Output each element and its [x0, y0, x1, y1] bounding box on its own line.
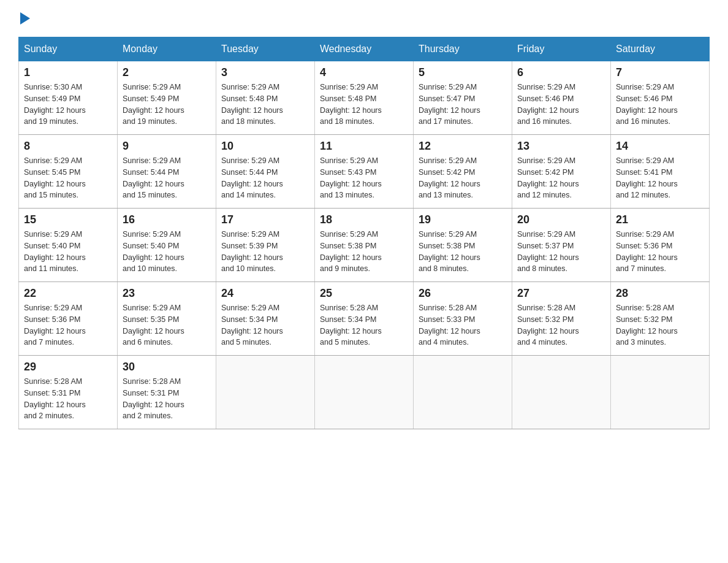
header-friday: Friday — [512, 37, 611, 61]
week-row-2: 8Sunrise: 5:29 AMSunset: 5:45 PMDaylight… — [19, 135, 710, 209]
calendar-cell: 2Sunrise: 5:29 AMSunset: 5:49 PMDaylight… — [118, 61, 216, 135]
day-number: 2 — [123, 66, 211, 79]
calendar-cell: 20Sunrise: 5:29 AMSunset: 5:37 PMDayligh… — [512, 209, 611, 282]
day-info: Sunrise: 5:29 AMSunset: 5:49 PMDaylight:… — [123, 82, 211, 128]
day-number: 7 — [616, 66, 704, 79]
day-number: 30 — [123, 361, 211, 373]
calendar-cell: 29Sunrise: 5:28 AMSunset: 5:31 PMDayligh… — [19, 356, 118, 429]
day-number: 8 — [24, 140, 112, 153]
day-number: 13 — [517, 140, 605, 153]
day-info: Sunrise: 5:29 AMSunset: 5:38 PMDaylight:… — [419, 229, 507, 275]
calendar-cell: 27Sunrise: 5:28 AMSunset: 5:32 PMDayligh… — [512, 282, 611, 356]
day-number: 22 — [24, 287, 112, 300]
day-info: Sunrise: 5:28 AMSunset: 5:34 PMDaylight:… — [320, 302, 408, 348]
day-info: Sunrise: 5:29 AMSunset: 5:44 PMDaylight:… — [221, 155, 309, 201]
calendar-cell — [611, 356, 710, 429]
calendar-cell: 14Sunrise: 5:29 AMSunset: 5:41 PMDayligh… — [611, 135, 710, 209]
calendar-body: 1Sunrise: 5:30 AMSunset: 5:49 PMDaylight… — [19, 61, 710, 429]
calendar-header: SundayMondayTuesdayWednesdayThursdayFrid… — [19, 37, 710, 61]
day-info: Sunrise: 5:29 AMSunset: 5:40 PMDaylight:… — [123, 229, 211, 275]
day-info: Sunrise: 5:29 AMSunset: 5:40 PMDaylight:… — [24, 229, 112, 275]
day-number: 29 — [24, 361, 112, 373]
calendar-cell: 11Sunrise: 5:29 AMSunset: 5:43 PMDayligh… — [315, 135, 414, 209]
header-tuesday: Tuesday — [216, 37, 315, 61]
calendar-cell — [216, 356, 315, 429]
calendar-cell: 3Sunrise: 5:29 AMSunset: 5:48 PMDaylight… — [216, 61, 315, 135]
calendar-cell: 10Sunrise: 5:29 AMSunset: 5:44 PMDayligh… — [216, 135, 315, 209]
day-number: 4 — [320, 66, 408, 79]
day-info: Sunrise: 5:30 AMSunset: 5:49 PMDaylight:… — [24, 82, 112, 128]
day-info: Sunrise: 5:28 AMSunset: 5:32 PMDaylight:… — [517, 302, 605, 348]
day-number: 18 — [320, 213, 408, 226]
calendar-cell: 30Sunrise: 5:28 AMSunset: 5:31 PMDayligh… — [118, 356, 216, 429]
day-info: Sunrise: 5:29 AMSunset: 5:39 PMDaylight:… — [221, 229, 309, 275]
week-row-3: 15Sunrise: 5:29 AMSunset: 5:40 PMDayligh… — [19, 209, 710, 282]
day-number: 14 — [616, 140, 704, 153]
day-info: Sunrise: 5:29 AMSunset: 5:43 PMDaylight:… — [320, 155, 408, 201]
logo — [18, 12, 30, 25]
header-saturday: Saturday — [611, 37, 710, 61]
day-number: 25 — [320, 287, 408, 300]
day-info: Sunrise: 5:29 AMSunset: 5:41 PMDaylight:… — [616, 155, 704, 201]
day-info: Sunrise: 5:29 AMSunset: 5:36 PMDaylight:… — [24, 302, 112, 348]
calendar-cell: 16Sunrise: 5:29 AMSunset: 5:40 PMDayligh… — [118, 209, 216, 282]
calendar-cell: 13Sunrise: 5:29 AMSunset: 5:42 PMDayligh… — [512, 135, 611, 209]
calendar-cell: 4Sunrise: 5:29 AMSunset: 5:48 PMDaylight… — [315, 61, 414, 135]
day-number: 23 — [123, 287, 211, 300]
calendar-cell: 21Sunrise: 5:29 AMSunset: 5:36 PMDayligh… — [611, 209, 710, 282]
logo-blue-part — [18, 12, 30, 25]
day-info: Sunrise: 5:28 AMSunset: 5:31 PMDaylight:… — [123, 376, 211, 422]
day-number: 24 — [221, 287, 309, 300]
header-thursday: Thursday — [414, 37, 512, 61]
day-info: Sunrise: 5:29 AMSunset: 5:37 PMDaylight:… — [517, 229, 605, 275]
day-number: 10 — [221, 140, 309, 153]
day-number: 17 — [221, 213, 309, 226]
calendar-cell — [512, 356, 611, 429]
day-info: Sunrise: 5:29 AMSunset: 5:46 PMDaylight:… — [616, 82, 704, 128]
day-info: Sunrise: 5:29 AMSunset: 5:46 PMDaylight:… — [517, 82, 605, 128]
day-info: Sunrise: 5:29 AMSunset: 5:34 PMDaylight:… — [221, 302, 309, 348]
week-row-4: 22Sunrise: 5:29 AMSunset: 5:36 PMDayligh… — [19, 282, 710, 356]
day-info: Sunrise: 5:29 AMSunset: 5:48 PMDaylight:… — [320, 82, 408, 128]
calendar-cell: 6Sunrise: 5:29 AMSunset: 5:46 PMDaylight… — [512, 61, 611, 135]
week-row-5: 29Sunrise: 5:28 AMSunset: 5:31 PMDayligh… — [19, 356, 710, 429]
day-info: Sunrise: 5:29 AMSunset: 5:35 PMDaylight:… — [123, 302, 211, 348]
day-number: 28 — [616, 287, 704, 300]
day-number: 6 — [517, 66, 605, 79]
day-info: Sunrise: 5:29 AMSunset: 5:42 PMDaylight:… — [419, 155, 507, 201]
day-info: Sunrise: 5:29 AMSunset: 5:42 PMDaylight:… — [517, 155, 605, 201]
day-info: Sunrise: 5:29 AMSunset: 5:36 PMDaylight:… — [616, 229, 704, 275]
days-of-week-row: SundayMondayTuesdayWednesdayThursdayFrid… — [19, 37, 710, 61]
calendar-cell: 26Sunrise: 5:28 AMSunset: 5:33 PMDayligh… — [414, 282, 512, 356]
calendar-cell: 25Sunrise: 5:28 AMSunset: 5:34 PMDayligh… — [315, 282, 414, 356]
day-number: 15 — [24, 213, 112, 226]
calendar-cell: 5Sunrise: 5:29 AMSunset: 5:47 PMDaylight… — [414, 61, 512, 135]
day-number: 1 — [24, 66, 112, 79]
day-number: 20 — [517, 213, 605, 226]
day-info: Sunrise: 5:28 AMSunset: 5:32 PMDaylight:… — [616, 302, 704, 348]
header-wednesday: Wednesday — [315, 37, 414, 61]
day-number: 11 — [320, 140, 408, 153]
logo-triangle-icon — [20, 12, 30, 25]
day-number: 16 — [123, 213, 211, 226]
calendar-cell: 19Sunrise: 5:29 AMSunset: 5:38 PMDayligh… — [414, 209, 512, 282]
calendar-cell: 9Sunrise: 5:29 AMSunset: 5:44 PMDaylight… — [118, 135, 216, 209]
day-info: Sunrise: 5:29 AMSunset: 5:47 PMDaylight:… — [419, 82, 507, 128]
day-number: 19 — [419, 213, 507, 226]
calendar-cell: 22Sunrise: 5:29 AMSunset: 5:36 PMDayligh… — [19, 282, 118, 356]
week-row-1: 1Sunrise: 5:30 AMSunset: 5:49 PMDaylight… — [19, 61, 710, 135]
day-number: 12 — [419, 140, 507, 153]
calendar-cell: 8Sunrise: 5:29 AMSunset: 5:45 PMDaylight… — [19, 135, 118, 209]
calendar-cell: 1Sunrise: 5:30 AMSunset: 5:49 PMDaylight… — [19, 61, 118, 135]
calendar-cell: 17Sunrise: 5:29 AMSunset: 5:39 PMDayligh… — [216, 209, 315, 282]
calendar-cell — [414, 356, 512, 429]
day-number: 26 — [419, 287, 507, 300]
page-header — [18, 12, 710, 25]
calendar-cell: 23Sunrise: 5:29 AMSunset: 5:35 PMDayligh… — [118, 282, 216, 356]
calendar-cell: 7Sunrise: 5:29 AMSunset: 5:46 PMDaylight… — [611, 61, 710, 135]
day-number: 3 — [221, 66, 309, 79]
day-number: 21 — [616, 213, 704, 226]
day-info: Sunrise: 5:28 AMSunset: 5:31 PMDaylight:… — [24, 376, 112, 422]
calendar-cell: 24Sunrise: 5:29 AMSunset: 5:34 PMDayligh… — [216, 282, 315, 356]
calendar-cell: 12Sunrise: 5:29 AMSunset: 5:42 PMDayligh… — [414, 135, 512, 209]
